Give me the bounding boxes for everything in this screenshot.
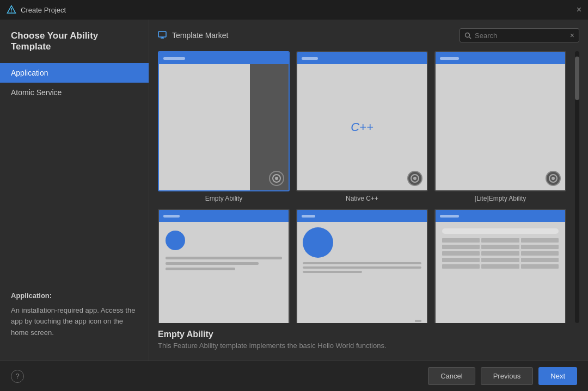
selected-template-desc: This Feature Ability template implements…	[158, 342, 579, 350]
sidebar-item-application[interactable]: Application	[0, 63, 149, 83]
template-thumb-native-cpp: C++	[296, 51, 428, 191]
template-card-row2-3[interactable]	[434, 209, 566, 323]
template-label-empty-ability: Empty Ability	[205, 195, 243, 202]
svg-point-2	[11, 11, 12, 13]
svg-rect-3	[158, 32, 166, 37]
sidebar-heading: Choose Your Ability Template	[0, 30, 149, 63]
template-card-native-cpp[interactable]: C++ Native C++	[296, 51, 428, 202]
sidebar-description: Application: An installation-required ap…	[0, 280, 149, 350]
dialog-title: Create Project	[21, 6, 66, 14]
template-card-row2-1[interactable]	[158, 209, 290, 323]
selected-template-title: Empty Ability	[158, 330, 579, 339]
template-thumb-row2-2	[296, 209, 428, 323]
template-card-empty-ability[interactable]: Empty Ability	[158, 51, 290, 202]
search-input[interactable]	[475, 32, 567, 40]
main-content: Choose Your Ability Template Application…	[0, 20, 588, 361]
template-thumb-empty-ability	[158, 51, 290, 191]
help-button[interactable]: ?	[11, 370, 24, 383]
template-label-lite-empty-ability: [Lite]Empty Ability	[475, 195, 526, 202]
templates-grid: Empty Ability C++	[158, 51, 568, 323]
search-box[interactable]: ×	[460, 28, 579, 42]
search-clear-button[interactable]: ×	[570, 31, 574, 40]
main-header: Template Market ×	[158, 28, 579, 42]
badge-icon	[269, 171, 284, 186]
svg-line-7	[469, 37, 471, 39]
footer: ? Cancel Previous Next	[0, 361, 588, 391]
close-button[interactable]: ×	[577, 5, 581, 14]
badge-icon-cpp	[407, 171, 422, 186]
template-thumb-row2-3	[434, 209, 566, 323]
template-thumb-lite-empty-ability	[434, 51, 566, 191]
market-label: Template Market	[158, 30, 228, 40]
titlebar-left: Create Project	[7, 5, 66, 15]
template-thumb-row2-1	[158, 209, 290, 323]
template-label-native-cpp: Native C++	[346, 195, 378, 202]
footer-buttons: Cancel Previous Next	[428, 367, 577, 385]
cpp-icon-text: C++	[351, 120, 373, 134]
template-card-lite-empty-ability[interactable]: [Lite]Empty Ability	[434, 51, 566, 202]
cancel-button[interactable]: Cancel	[428, 367, 475, 385]
scrollbar-thumb	[575, 57, 579, 100]
previous-button[interactable]: Previous	[481, 367, 534, 385]
search-icon	[464, 32, 471, 39]
thumb-table	[438, 236, 563, 323]
template-card-row2-2[interactable]	[296, 209, 428, 323]
app-logo	[7, 5, 16, 15]
template-market-icon	[158, 30, 168, 40]
templates-container: Empty Ability C++	[158, 51, 579, 323]
scrollbar-track[interactable]	[575, 51, 579, 323]
badge-icon-lite	[546, 171, 561, 186]
description-label: Application:	[11, 290, 138, 302]
thumb-circle-small	[166, 231, 185, 250]
main-area: Template Market ×	[149, 20, 588, 361]
description-text: An installation-required app. Access the…	[11, 305, 138, 339]
next-button[interactable]: Next	[538, 367, 577, 385]
create-project-dialog: Create Project × Choose Your Ability Tem…	[0, 0, 588, 391]
thumb-circle-large	[303, 227, 333, 258]
svg-point-6	[465, 33, 470, 37]
sidebar-item-atomic-service[interactable]: Atomic Service	[0, 83, 149, 102]
bottom-info: Empty Ability This Feature Ability templ…	[158, 323, 579, 352]
titlebar: Create Project ×	[0, 0, 588, 20]
market-text: Template Market	[172, 31, 228, 40]
sidebar: Choose Your Ability Template Application…	[0, 20, 149, 361]
